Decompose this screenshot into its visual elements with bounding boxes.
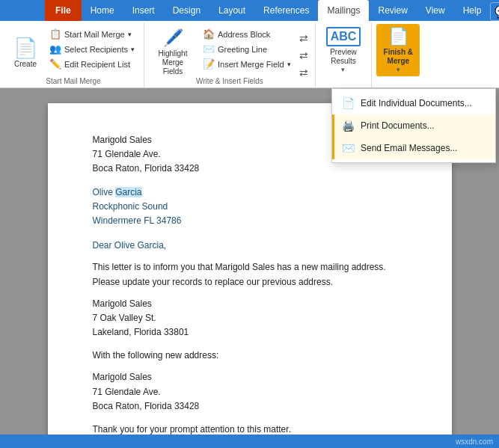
start-mail-merge-group: 📄 Create 📋 Start Mail Merge ▾ 👥 Select R… bbox=[3, 22, 144, 88]
tab-mailings[interactable]: Mailings bbox=[318, 0, 369, 21]
preview-results-btn[interactable]: ABC PreviewResults ▾ bbox=[320, 24, 367, 76]
print-documents-icon: 🖨️ bbox=[341, 120, 355, 132]
sender-city: Boca Raton, Florida 33428 bbox=[93, 162, 407, 176]
recipient-company: Rockphonic Sound bbox=[93, 200, 407, 214]
address-block-btn[interactable]: 🏠 Address Block bbox=[198, 27, 296, 41]
tab-layout[interactable]: Layout bbox=[209, 0, 254, 21]
greeting-line-icon: ✉️ bbox=[203, 43, 215, 55]
preview-results-group: ABC PreviewResults ▾ bbox=[316, 22, 373, 88]
write-insert-label: Write & Insert Fields bbox=[144, 77, 315, 85]
send-email-messages-item[interactable]: ✉️ Send Email Messages... bbox=[332, 137, 495, 159]
dropdown-arrow: ▾ bbox=[128, 31, 132, 38]
select-recipients-icon: 👥 bbox=[49, 43, 61, 55]
highlight-label: HighlightMerge Fields bbox=[153, 49, 192, 76]
tab-review[interactable]: Review bbox=[369, 0, 416, 21]
tab-home[interactable]: Home bbox=[82, 0, 123, 21]
finish-merge-group: 📄 Finish &Merge ▾ bbox=[372, 22, 424, 88]
finish-merge-label: Finish &Merge bbox=[384, 48, 413, 66]
body-paragraph-1: This letter is to inform you that Marigo… bbox=[93, 260, 407, 289]
create-button[interactable]: 📄 Create bbox=[7, 25, 43, 79]
edit-individual-icon: 📄 bbox=[341, 97, 355, 109]
tab-help[interactable]: Help bbox=[454, 0, 491, 21]
send-email-icon: ✉️ bbox=[341, 142, 355, 154]
send-email-label: Send Email Messages... bbox=[361, 143, 457, 153]
body-paragraph-2: With the following new address: bbox=[93, 349, 407, 363]
recipient-last-name: Garcia bbox=[115, 187, 141, 197]
edit-recipient-list-btn[interactable]: ✏️ Edit Recipient List bbox=[45, 57, 139, 71]
new-city: Lakeland, Florida 33801 bbox=[93, 325, 407, 340]
print-documents-item[interactable]: 🖨️ Print Documents... bbox=[332, 114, 495, 137]
tab-design[interactable]: Design bbox=[164, 0, 209, 21]
finish-merge-btn[interactable]: 📄 Finish &Merge ▾ bbox=[376, 24, 420, 76]
body-paragraph-3: Thank you for your prompt attention to t… bbox=[93, 423, 407, 435]
select-recipients-btn[interactable]: 👥 Select Recipients ▾ bbox=[45, 42, 139, 56]
ribbon: 📄 Create 📋 Start Mail Merge ▾ 👥 Select R… bbox=[0, 21, 499, 88]
extra-btn-1[interactable]: ⇄ bbox=[297, 30, 310, 46]
create-label: Create bbox=[14, 60, 37, 68]
dropdown-arrow2: ▾ bbox=[131, 46, 135, 53]
recipient-city: Windermere FL 34786 bbox=[93, 214, 407, 228]
start-mail-merge-icon: 📋 bbox=[49, 28, 61, 40]
finish-merge-dropdown: 📄 Edit Individual Documents... 🖨️ Print … bbox=[331, 88, 496, 163]
salutation: Dear Olive Garcia, bbox=[93, 239, 407, 253]
new-address-block: Marigold Sales 7 Oak Valley St. Lakeland… bbox=[93, 297, 407, 340]
insert-merge-icon: 📝 bbox=[203, 58, 215, 70]
address-block-icon: 🏠 bbox=[203, 28, 215, 40]
highlight-merge-fields-btn[interactable]: 🖊️ HighlightMerge Fields bbox=[149, 25, 197, 79]
start-mail-merge-btn[interactable]: 📋 Start Mail Merge ▾ bbox=[45, 27, 139, 41]
preview-dropdown-arrow: ▾ bbox=[341, 66, 345, 73]
status-bar: wsxdn.com bbox=[0, 435, 499, 448]
new-sender-name: Marigold Sales bbox=[93, 297, 407, 311]
finish-merge-arrow: ▾ bbox=[397, 66, 400, 73]
recipient-block: Olive Garcia Rockphonic Sound Windermere… bbox=[93, 185, 407, 229]
wsxdn-logo: wsxdn.com bbox=[456, 438, 493, 446]
extra-btn-2[interactable]: ⇄ bbox=[297, 47, 310, 64]
rpt-address1: 71 Glendale Ave. bbox=[93, 385, 407, 399]
rpt-city: Boca Raton, Florida 33428 bbox=[93, 399, 407, 414]
dropdown-arrow3: ▾ bbox=[287, 61, 291, 68]
edit-individual-documents-item[interactable]: 📄 Edit Individual Documents... bbox=[332, 92, 495, 114]
greeting-line-btn[interactable]: ✉️ Greeting Line bbox=[198, 42, 296, 56]
write-insert-group: 🖊️ HighlightMerge Fields 🏠 Address Block… bbox=[144, 22, 316, 88]
start-mail-merge-label: Start Mail Merge bbox=[3, 77, 144, 85]
finish-merge-icon: 📄 bbox=[388, 27, 408, 46]
tab-view[interactable]: View bbox=[417, 0, 454, 21]
abc-icon: ABC bbox=[326, 27, 361, 46]
new-address1: 7 Oak Valley St. bbox=[93, 311, 407, 325]
create-icon: 📄 bbox=[13, 37, 37, 60]
edit-recipient-icon: ✏️ bbox=[49, 58, 61, 70]
repeated-sender-block: Marigold Sales 71 Glendale Ave. Boca Rat… bbox=[93, 370, 407, 414]
preview-results-label: PreviewResults bbox=[330, 48, 357, 66]
recipient-first-name: Olive bbox=[93, 187, 116, 197]
tab-insert[interactable]: Insert bbox=[123, 0, 164, 21]
edit-individual-label: Edit Individual Documents... bbox=[361, 98, 472, 108]
tab-references[interactable]: References bbox=[254, 0, 318, 21]
recipient-name-line: Olive Garcia bbox=[93, 185, 407, 200]
highlight-icon: 🖊️ bbox=[163, 28, 183, 48]
print-documents-label: Print Documents... bbox=[361, 120, 435, 131]
rpt-sender-name: Marigold Sales bbox=[93, 370, 407, 384]
insert-merge-field-btn[interactable]: 📝 Insert Merge Field ▾ bbox=[198, 57, 296, 71]
file-tab[interactable]: File bbox=[45, 0, 82, 21]
comment-icon[interactable]: 💬 bbox=[490, 2, 499, 21]
